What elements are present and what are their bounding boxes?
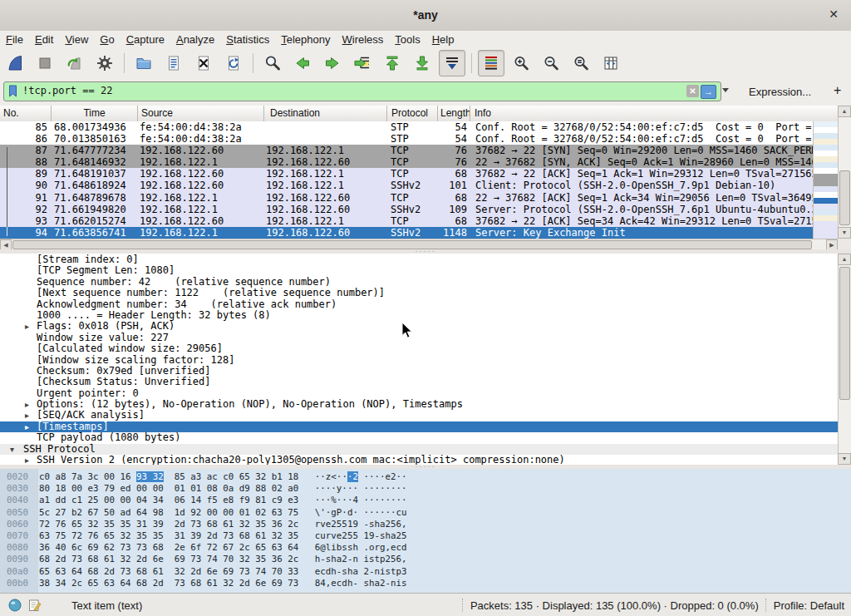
hex-row-0040[interactable]: 0040 a1 dd c1 25 00 00 04 34 06 14 f5 e8… bbox=[7, 495, 407, 506]
scroll-up-arrow[interactable]: ▲ bbox=[838, 254, 851, 265]
find-packet-button[interactable] bbox=[259, 50, 286, 76]
detail-line[interactable]: Checksum: 0x79ed [unverified] bbox=[0, 366, 851, 377]
column-header-length[interactable]: Length bbox=[438, 106, 470, 121]
detail-line[interactable]: ▸[Timestamps] bbox=[0, 421, 851, 432]
details-vscrollbar[interactable]: ▲ ▼ bbox=[838, 254, 851, 465]
packet-list-header[interactable]: No.TimeSourceDestinationProtocolLengthIn… bbox=[0, 106, 838, 122]
packet-row-90[interactable]: 9071.648618924192.168.122.60192.168.122.… bbox=[0, 180, 813, 191]
detail-line[interactable]: Sequence number: 42 (relative sequence n… bbox=[0, 277, 851, 288]
detail-line[interactable]: TCP payload (1080 bytes) bbox=[0, 432, 851, 443]
column-header-time[interactable]: Time bbox=[52, 106, 138, 121]
packet-row-87[interactable]: 8771.647777234192.168.122.60192.168.122.… bbox=[0, 145, 813, 156]
detail-line[interactable]: [Calculated window size: 29056] bbox=[0, 343, 851, 354]
hex-row-0090[interactable]: 0090 68 2d 73 68 61 32 2d 6e 69 73 74 70… bbox=[7, 554, 407, 565]
hex-row-00b0[interactable]: 00b0 38 34 2c 65 63 64 68 2d 73 68 61 32… bbox=[7, 578, 407, 589]
hex-row-0030[interactable]: 0030 80 18 00 e3 79 ed 00 00 01 01 08 0a… bbox=[7, 483, 407, 495]
detail-line[interactable]: 1000 .... = Header Length: 32 bytes (8) bbox=[0, 310, 851, 321]
column-header-destination[interactable]: Destination bbox=[264, 106, 387, 121]
bookmark-icon[interactable] bbox=[8, 85, 18, 98]
hex-row-0020[interactable]: 0020 c0 a8 7a 3c 00 16 93 32 85 a3 ac c0… bbox=[7, 471, 407, 483]
column-header-source[interactable]: Source bbox=[138, 106, 264, 121]
filter-dropdown-caret[interactable] bbox=[722, 88, 729, 92]
detail-line[interactable]: Acknowledgment number: 34 (relative ack … bbox=[0, 299, 851, 310]
menu-view[interactable]: View bbox=[59, 32, 94, 47]
window-close-button[interactable]: ✕ bbox=[826, 7, 841, 21]
scroll-down-arrow[interactable]: ▼ bbox=[838, 453, 851, 465]
display-filter-input[interactable] bbox=[22, 83, 662, 98]
start-capture-button[interactable] bbox=[2, 50, 28, 76]
detail-line[interactable]: [Checksum Status: Unverified] bbox=[0, 377, 851, 387]
packet-row-93[interactable]: 9371.662015274192.168.122.60192.168.122.… bbox=[0, 215, 813, 227]
scroll-thumb[interactable] bbox=[12, 240, 812, 249]
expert-info-icon[interactable] bbox=[8, 599, 22, 612]
detail-line[interactable]: ▸Options: (12 bytes), No-Operation (NOP)… bbox=[0, 399, 851, 410]
scroll-thumb[interactable] bbox=[839, 267, 850, 400]
menu-capture[interactable]: Capture bbox=[121, 32, 170, 47]
expander-closed-icon[interactable]: ▸ bbox=[25, 321, 29, 332]
hex-row-0050[interactable]: 0050 5c 27 b2 67 50 ad 64 98 1d 92 00 00… bbox=[7, 507, 407, 519]
menu-analyze[interactable]: Analyze bbox=[170, 32, 220, 47]
expander-closed-icon[interactable]: ▸ bbox=[25, 399, 29, 410]
detail-line[interactable]: [Window size scaling factor: 128] bbox=[0, 355, 851, 366]
intelligent-scrollbar-minimap[interactable] bbox=[813, 121, 839, 239]
packet-list-vscrollbar[interactable]: ▲ ▼ bbox=[838, 106, 851, 239]
menu-file[interactable]: File bbox=[0, 32, 29, 47]
close-capture-file-button[interactable] bbox=[190, 50, 217, 76]
capture-options-button[interactable] bbox=[91, 50, 118, 76]
detail-line[interactable]: Urgent pointer: 0 bbox=[0, 388, 851, 399]
detail-line[interactable]: [TCP Segment Len: 1080] bbox=[0, 265, 851, 276]
scroll-thumb[interactable] bbox=[839, 170, 850, 225]
packet-row-88[interactable]: 8871.648146932192.168.122.1192.168.122.6… bbox=[0, 156, 813, 168]
capture-comment-icon[interactable] bbox=[28, 599, 42, 612]
status-profile[interactable]: Profile: Default bbox=[774, 599, 851, 612]
zoom-out-button[interactable] bbox=[538, 50, 564, 76]
packet-details-tree[interactable]: [Stream index: 0][TCP Segment Len: 1080]… bbox=[0, 254, 851, 465]
zoom-in-button[interactable] bbox=[508, 50, 534, 76]
save-capture-file-button[interactable] bbox=[160, 50, 187, 76]
menu-edit[interactable]: Edit bbox=[29, 32, 59, 47]
detail-line[interactable]: ▸Flags: 0x018 (PSH, ACK) bbox=[0, 321, 851, 332]
go-to-bottom-button[interactable] bbox=[409, 50, 435, 76]
go-to-top-button[interactable] bbox=[379, 50, 406, 76]
packet-row-91[interactable]: 9171.648789678192.168.122.1192.168.122.6… bbox=[0, 192, 813, 204]
menu-go[interactable]: Go bbox=[94, 32, 120, 47]
menu-tools[interactable]: Tools bbox=[389, 32, 426, 47]
hex-row-00a0[interactable]: 00a0 65 63 64 68 2d 73 68 61 32 2d 6e 69… bbox=[7, 566, 407, 578]
resize-columns-button[interactable] bbox=[598, 50, 624, 76]
filter-apply-button[interactable]: → bbox=[701, 85, 716, 99]
filter-clear-button[interactable]: ✕ bbox=[686, 85, 699, 97]
menu-wireless[interactable]: Wireless bbox=[337, 32, 390, 47]
menu-help[interactable]: Help bbox=[426, 32, 460, 47]
reload-capture-file-button[interactable] bbox=[220, 50, 247, 76]
detail-line[interactable]: ▾SSH Protocol bbox=[0, 444, 851, 455]
expander-closed-icon[interactable]: ▸ bbox=[25, 421, 29, 432]
column-header-info[interactable]: Info bbox=[470, 106, 838, 121]
detail-line[interactable]: [Stream index: 0] bbox=[0, 254, 851, 265]
colorize-packets-button[interactable] bbox=[478, 50, 504, 76]
menu-statistics[interactable]: Statistics bbox=[220, 32, 275, 47]
detail-line[interactable]: Window size value: 227 bbox=[0, 333, 851, 343]
packet-row-94[interactable]: 9471.663856741192.168.122.1192.168.122.6… bbox=[0, 227, 813, 239]
packet-row-86[interactable]: 8670.013850163fe:54:00:d4:38:2aSTP54Conf… bbox=[0, 133, 813, 145]
go-back-button[interactable] bbox=[289, 50, 316, 76]
restart-capture-button[interactable] bbox=[61, 50, 88, 76]
auto-scroll-button[interactable] bbox=[439, 50, 465, 76]
filter-add-button[interactable]: + bbox=[834, 83, 841, 98]
detail-line[interactable]: ▸[SEQ/ACK analysis] bbox=[0, 410, 851, 421]
expression-button[interactable]: Expression... bbox=[749, 86, 811, 98]
display-filter-field[interactable]: ✕ → bbox=[3, 81, 721, 101]
hex-row-0060[interactable]: 0060 72 76 65 32 35 35 31 39 2d 73 68 61… bbox=[7, 519, 407, 530]
hex-row-0080[interactable]: 0080 36 40 6c 69 62 73 73 68 2e 6f 72 67… bbox=[7, 542, 407, 554]
go-to-packet-button[interactable] bbox=[349, 50, 376, 76]
scroll-up-arrow[interactable]: ▲ bbox=[838, 106, 851, 117]
detail-line[interactable]: [Next sequence number: 1122 (relative se… bbox=[0, 288, 851, 298]
zoom-reset-button[interactable] bbox=[568, 50, 594, 76]
column-header-protocol[interactable]: Protocol bbox=[387, 106, 438, 121]
expander-open-icon[interactable]: ▾ bbox=[10, 444, 14, 455]
open-capture-file-button[interactable] bbox=[130, 50, 157, 76]
go-forward-button[interactable] bbox=[319, 50, 346, 76]
hex-dump[interactable]: 0020 c0 a8 7a 3c 00 16 93 32 85 a3 ac c0… bbox=[7, 471, 407, 589]
column-header-no[interactable]: No. bbox=[0, 106, 52, 121]
stop-capture-button[interactable] bbox=[32, 50, 58, 76]
expander-closed-icon[interactable]: ▸ bbox=[25, 410, 29, 421]
